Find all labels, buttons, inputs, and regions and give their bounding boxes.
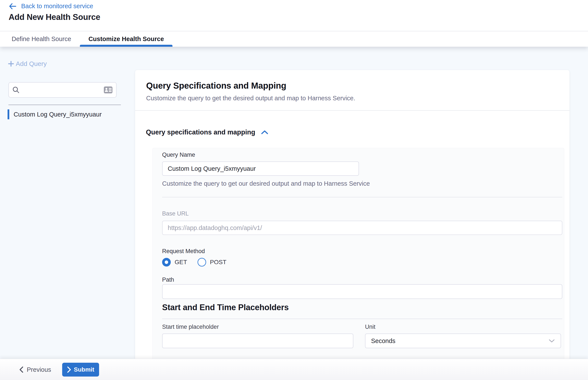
start-time-placeholder-label: Start time placeholder (162, 323, 219, 330)
previous-button[interactable]: Previous (19, 359, 51, 380)
request-method-label: Request Method (162, 248, 205, 255)
unit-label: Unit (365, 323, 375, 330)
action-footer: Previous Submit (0, 359, 588, 380)
radio-get-label: GET (175, 259, 187, 266)
unit-select-value: Seconds (371, 337, 396, 344)
field-divider (162, 319, 562, 319)
back-to-monitored-service-link[interactable]: Back to monitored service (9, 3, 93, 10)
active-tab-underline (80, 45, 173, 47)
query-form-card: Query Name Customize the query to get ou… (152, 148, 564, 359)
panel-divider (135, 110, 570, 111)
path-input[interactable] (162, 284, 562, 299)
add-query-button[interactable]: Add Query (8, 60, 47, 67)
time-placeholders-heading: Start and End Time Placeholders (162, 303, 289, 312)
chevron-left-icon (19, 366, 24, 373)
query-search-box (8, 82, 117, 98)
request-method-radio-group: GET POST (162, 258, 226, 266)
query-item-label: Custom Log Query_i5xmyyuaur (14, 111, 102, 118)
tab-label: Customize Health Source (88, 36, 164, 43)
query-list: Custom Log Query_i5xmyyuaur (8, 109, 133, 120)
arrow-left-icon (9, 3, 17, 10)
contact-card-icon[interactable] (104, 86, 113, 94)
radio-option-post[interactable]: POST (197, 258, 226, 266)
sidebar-divider (8, 105, 121, 105)
query-list-item[interactable]: Custom Log Query_i5xmyyuaur (8, 109, 133, 120)
add-query-label: Add Query (16, 60, 47, 67)
unit-select[interactable]: Seconds (365, 334, 561, 348)
page-header: Back to monitored service Add New Health… (0, 0, 588, 47)
plus-icon (8, 60, 15, 67)
tab-define-health-source[interactable]: Define Health Source (3, 31, 80, 47)
panel-heading: Query Specifications and Mapping (146, 81, 286, 91)
search-icon (12, 86, 20, 94)
previous-label: Previous (27, 366, 51, 373)
radio-option-get[interactable]: GET (162, 258, 187, 266)
radio-selected-icon[interactable] (162, 258, 171, 266)
start-time-placeholder-input[interactable] (162, 334, 353, 348)
tab-bar: Define Health Source Customize Health So… (0, 31, 588, 47)
base-url-label: Base URL (162, 210, 189, 217)
query-name-helper: Customize the query to get our desired o… (162, 180, 370, 187)
base-url-input[interactable] (162, 221, 562, 235)
content-area: Add Query Custom Log (0, 47, 588, 359)
chevron-right-icon (67, 366, 71, 373)
radio-unselected-icon[interactable] (197, 258, 206, 266)
tab-customize-health-source[interactable]: Customize Health Source (80, 31, 173, 47)
back-link-label: Back to monitored service (21, 3, 93, 10)
radio-post-label: POST (210, 259, 226, 266)
panel-subheading: Customize the query to get the desired o… (146, 95, 355, 102)
main-panel: Query Specifications and Mapping Customi… (135, 70, 570, 359)
query-name-label: Query Name (162, 152, 195, 158)
section-title: Query specifications and mapping (146, 128, 255, 136)
submit-button[interactable]: Submit (62, 363, 99, 377)
chevron-down-icon (549, 339, 555, 343)
path-label: Path (162, 276, 174, 283)
section-toggle-row[interactable]: Query specifications and mapping (146, 128, 269, 136)
screen: Back to monitored service Add New Health… (0, 0, 588, 380)
tab-label: Define Health Source (12, 36, 71, 43)
submit-label: Submit (74, 366, 94, 373)
selected-item-indicator (8, 109, 9, 119)
chevron-up-icon[interactable] (261, 130, 269, 135)
page-title: Add New Health Source (9, 13, 100, 22)
field-divider (162, 197, 562, 197)
query-search-input[interactable] (23, 86, 104, 93)
query-name-input[interactable] (162, 161, 359, 176)
